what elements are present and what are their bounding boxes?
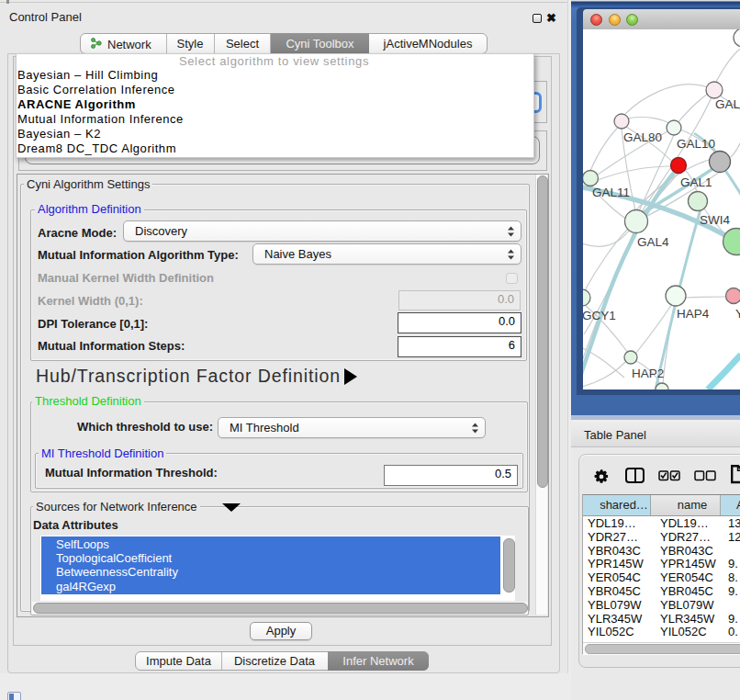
svg-text:SWI4: SWI4 bbox=[700, 213, 730, 227]
svg-text:GAL1: GAL1 bbox=[680, 175, 712, 189]
svg-text:HAP4: HAP4 bbox=[677, 307, 710, 321]
svg-text:Y: Y bbox=[735, 307, 740, 321]
svg-text:GAL80: GAL80 bbox=[623, 130, 662, 144]
svg-text:GAL8: GAL8 bbox=[715, 97, 740, 111]
svg-text:HAP2: HAP2 bbox=[632, 367, 664, 380]
svg-text:GCY1: GCY1 bbox=[583, 309, 616, 322]
svg-text:GAL11: GAL11 bbox=[592, 186, 630, 199]
svg-text:GAL10: GAL10 bbox=[677, 137, 715, 151]
svg-text:GAL4: GAL4 bbox=[637, 235, 669, 249]
